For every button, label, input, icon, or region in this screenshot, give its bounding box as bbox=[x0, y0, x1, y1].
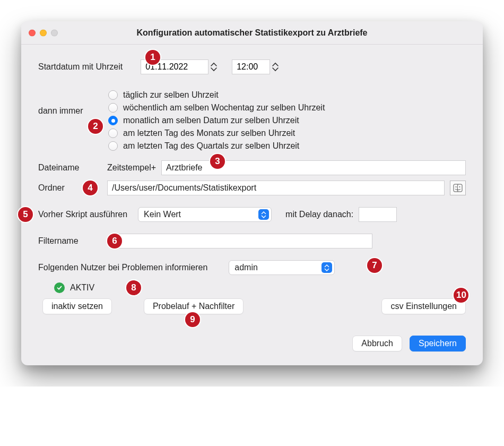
status-text: AKTIV bbox=[70, 283, 94, 293]
radio-icon bbox=[108, 103, 118, 113]
interval-option-label: am letzten Tag des Quartals zur selben U… bbox=[123, 141, 299, 151]
filename-input[interactable] bbox=[161, 160, 466, 175]
svg-point-1 bbox=[456, 186, 457, 187]
interval-option[interactable]: am letzten Tag des Quartals zur selben U… bbox=[108, 141, 466, 151]
annotation-2: 2 bbox=[88, 119, 103, 134]
time-spinner bbox=[232, 59, 279, 74]
interval-option[interactable]: täglich zur selben Uhrzeit bbox=[108, 90, 466, 100]
filter-input[interactable] bbox=[112, 234, 372, 248]
annotation-6: 6 bbox=[107, 234, 122, 248]
save-button[interactable]: Speichern bbox=[410, 336, 466, 351]
annotation-5: 5 bbox=[18, 207, 33, 222]
notify-row: Folgenden Nutzer bei Problemen informier… bbox=[38, 260, 466, 275]
interval-label: dann immer bbox=[38, 106, 83, 116]
folder-row: Ordner 4 bbox=[38, 181, 466, 195]
svg-point-2 bbox=[459, 186, 460, 187]
toggle-active-button[interactable]: inaktiv setzen bbox=[42, 298, 112, 314]
filter-row: Filtername 6 bbox=[38, 234, 466, 248]
annotation-10: 10 bbox=[454, 288, 468, 303]
delay-input[interactable] bbox=[359, 207, 397, 222]
notify-label: Folgenden Nutzer bei Problemen informier… bbox=[38, 263, 207, 272]
time-stepper[interactable] bbox=[272, 62, 279, 72]
chevron-updown-icon bbox=[258, 209, 269, 220]
interval-option[interactable]: am letzten Tag des Monats zur selben Uhr… bbox=[108, 128, 466, 138]
folder-input[interactable] bbox=[107, 181, 445, 195]
choose-folder-button[interactable] bbox=[450, 181, 466, 195]
interval-option-label: monatlich am selben Datum zur selben Uhr… bbox=[123, 116, 299, 125]
action-row: inaktiv setzen Probelauf + Nachfilter 9 … bbox=[38, 298, 466, 314]
prescript-select[interactable]: Kein Wert bbox=[138, 207, 272, 222]
titlebar: Konfiguration automatischer Statistikexp… bbox=[21, 21, 483, 45]
annotation-8: 8 bbox=[126, 280, 141, 295]
config-window: Konfiguration automatischer Statistikexp… bbox=[21, 21, 483, 365]
date-stepper[interactable] bbox=[211, 62, 217, 72]
csv-settings-button[interactable]: csv Einstellungen bbox=[381, 298, 466, 314]
filename-row: Dateiname Zeitstempel+ 3 bbox=[38, 160, 466, 175]
radio-icon bbox=[108, 128, 118, 138]
finder-icon bbox=[453, 183, 463, 193]
annotation-4: 4 bbox=[83, 181, 98, 195]
interval-option-label: täglich zur selben Uhrzeit bbox=[123, 90, 219, 100]
prescript-row: 5 Vorher Skript ausführen Kein Wert mit … bbox=[38, 207, 466, 222]
check-circle-icon bbox=[54, 282, 65, 293]
annotation-1: 1 bbox=[145, 50, 160, 65]
annotation-7: 7 bbox=[367, 258, 382, 273]
chevron-updown-icon bbox=[321, 262, 332, 273]
close-icon[interactable] bbox=[29, 29, 36, 36]
window-title: Konfiguration automatischer Statistikexp… bbox=[29, 28, 475, 38]
start-label: Startdatum mit Uhrzeit bbox=[38, 62, 123, 72]
radio-icon bbox=[108, 116, 118, 125]
radio-icon bbox=[108, 141, 118, 151]
time-input[interactable] bbox=[232, 59, 270, 74]
traffic-lights bbox=[29, 29, 58, 36]
notify-select[interactable]: admin bbox=[229, 260, 335, 275]
notify-select-value: admin bbox=[234, 263, 317, 272]
minimize-icon[interactable] bbox=[40, 29, 47, 36]
start-row: Startdatum mit Uhrzeit 1 bbox=[38, 59, 466, 74]
interval-radio-group: täglich zur selben Uhrzeitwöchentlich am… bbox=[108, 90, 466, 151]
cancel-button[interactable]: Abbruch bbox=[352, 336, 402, 351]
folder-label: Ordner bbox=[38, 183, 79, 193]
footer-buttons: Abbruch Speichern bbox=[38, 336, 466, 351]
interval-option-label: wöchentlich am selben Wochentag zur selb… bbox=[123, 103, 325, 113]
interval-option[interactable]: monatlich am selben Datum zur selben Uhr… bbox=[108, 116, 466, 125]
radio-icon bbox=[108, 90, 118, 100]
interval-option[interactable]: wöchentlich am selben Wochentag zur selb… bbox=[108, 103, 466, 113]
filter-label: Filtername bbox=[38, 236, 79, 246]
interval-option-label: am letzten Tag des Monats zur selben Uhr… bbox=[123, 128, 295, 138]
window-content: Startdatum mit Uhrzeit 1 dann immer 2 bbox=[21, 45, 483, 365]
status-row: AKTIV 8 bbox=[54, 282, 466, 293]
filename-label: Dateiname bbox=[38, 163, 102, 173]
delay-label: mit Delay danach: bbox=[285, 210, 353, 219]
prescript-label: Vorher Skript ausführen bbox=[38, 210, 127, 219]
zoom-icon bbox=[51, 29, 58, 36]
filename-prefix-label: Zeitstempel+ bbox=[107, 163, 156, 173]
annotation-9: 9 bbox=[185, 312, 200, 327]
prescript-select-value: Kein Wert bbox=[144, 210, 254, 219]
annotation-3: 3 bbox=[210, 154, 225, 169]
